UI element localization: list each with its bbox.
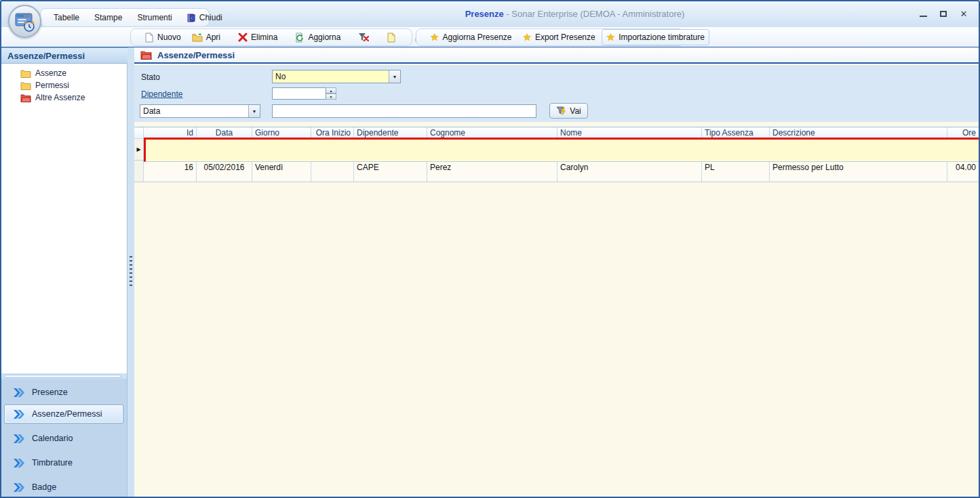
chevron-double-icon: [14, 434, 24, 443]
menu-strumenti[interactable]: Strumenti: [131, 11, 178, 24]
row-marker-icon: ▶: [134, 139, 144, 161]
elimina-button[interactable]: Elimina: [233, 30, 282, 44]
star-icon: ★: [430, 31, 439, 43]
clear-filter-button[interactable]: [353, 30, 374, 44]
stato-label: Stato: [141, 72, 160, 82]
cell-nome: Amanda: [557, 139, 702, 161]
nav-item-label: Calendario: [32, 434, 73, 443]
aggiorna-presenze-button[interactable]: ★ Aggiorna Presenze: [425, 29, 517, 45]
col-header-id[interactable]: Id: [144, 127, 197, 139]
col-header-data[interactable]: Data: [197, 127, 252, 139]
apri-button[interactable]: Apri: [187, 30, 225, 44]
importazione-timbrature-label: Importazione timbrature: [619, 33, 705, 42]
dipendente-link[interactable]: Dipendente: [141, 89, 182, 99]
tree-item-permessi[interactable]: Permessi: [1, 79, 127, 91]
blank-page-icon: [387, 33, 396, 43]
apri-label: Apri: [206, 33, 220, 42]
minimize-icon: [920, 16, 927, 17]
cell-ora-inizio: [311, 161, 354, 182]
tree-item-label: Altre Assenze: [35, 93, 85, 102]
cell-id: 17: [144, 139, 197, 161]
cell-descrizione: Corso di Formazione: [770, 139, 947, 161]
results-table: Id Data Giorno Ora Inizio Dipendente Cog…: [134, 127, 979, 182]
main-title: Assenze/Permessi: [157, 50, 235, 60]
app-menu-button[interactable]: [8, 5, 41, 38]
dipendente-input[interactable]: [272, 87, 326, 100]
aggiorna-button[interactable]: Aggiorna: [290, 30, 345, 45]
dropdown-arrow-icon[interactable]: ▼: [248, 105, 260, 117]
chevron-double-icon: [14, 483, 24, 492]
col-header-cognome[interactable]: Cognome: [427, 127, 557, 139]
col-header-dipendente[interactable]: Dipendente: [354, 127, 427, 139]
sidebar-nav: Presenze Assenze/Permessi Calendario Tim…: [1, 379, 128, 498]
cell-ore: 04.00: [947, 161, 979, 182]
search-field-combobox[interactable]: Data ▼: [140, 104, 260, 118]
spinner-down-icon[interactable]: ▼: [326, 94, 336, 100]
stato-combobox[interactable]: No ▼: [272, 70, 401, 83]
nav-item-label: Presenze: [32, 388, 68, 397]
menu-tabelle[interactable]: Tabelle: [47, 11, 85, 24]
tree-item-assenze[interactable]: Assenze: [1, 67, 127, 79]
nav-item-badge[interactable]: Badge: [4, 478, 123, 497]
nav-item-presenze[interactable]: Presenze: [4, 383, 123, 402]
cell-nome: Carolyn: [557, 161, 702, 182]
col-header-ore[interactable]: Ore: [947, 127, 979, 139]
sidebar-tree: Assenze Permessi Altre Assenze: [1, 64, 128, 373]
menu-stampe[interactable]: Stampe: [88, 11, 128, 24]
close-button[interactable]: ✕: [956, 7, 972, 20]
cell-descrizione: Permesso per Lutto: [770, 161, 947, 182]
minimize-button[interactable]: [915, 7, 931, 20]
open-folder-icon: [192, 33, 203, 42]
search-input[interactable]: [272, 104, 536, 118]
nuovo-label: Nuovo: [157, 33, 181, 42]
filter-panel: Stato No ▼ Dipendente ▲ ▼ Data ▼ Vai: [134, 65, 979, 122]
col-header-nome[interactable]: Nome: [557, 127, 702, 139]
aggiorna-label: Aggiorna: [308, 33, 340, 42]
splitter-grip-dots: [130, 256, 132, 289]
main-header: Assenze/Permessi: [134, 47, 979, 64]
col-header-selector: [134, 127, 144, 139]
nav-item-label: Badge: [32, 482, 56, 492]
star-icon: ★: [606, 31, 615, 43]
dropdown-arrow-icon[interactable]: ▼: [389, 70, 400, 83]
vai-button[interactable]: Vai: [549, 103, 588, 119]
maximize-button[interactable]: [935, 7, 952, 20]
export-presenze-button[interactable]: ★ Export Presenze: [518, 29, 600, 45]
tree-item-altre-assenze[interactable]: Altre Assenze: [1, 91, 127, 104]
cell-tipo-assenza: CF: [702, 139, 770, 161]
app-window: Presenze - Sonar Enterprise (DEMOA - Amm…: [0, 0, 980, 498]
table-row-selected[interactable]: ▶ 17 08/02/2016 Lunedì 08.30 AMCA Carter…: [134, 139, 979, 161]
cell-tipo-assenza: PL: [702, 161, 770, 182]
importazione-timbrature-button[interactable]: ★ Importazione timbrature: [602, 29, 709, 45]
cell-giorno: Lunedì: [252, 139, 311, 161]
cell-data: 05/02/2016: [197, 161, 252, 182]
nav-item-assenze-permessi[interactable]: Assenze/Permessi: [4, 404, 123, 423]
sidebar-horizontal-splitter[interactable]: [1, 373, 128, 379]
table-row[interactable]: 16 05/02/2016 Venerdì CAPE Perez Carolyn…: [134, 161, 979, 182]
chevron-double-icon: [14, 410, 24, 419]
cell-ore: 04.00: [947, 139, 979, 161]
blank-page-button[interactable]: [382, 30, 401, 45]
col-header-tipo-assenza[interactable]: Tipo Assenza: [702, 127, 770, 139]
folder-red-icon: [20, 94, 31, 102]
spinner-up-icon[interactable]: ▲: [326, 87, 336, 94]
col-header-ora-inizio[interactable]: Ora Inizio: [311, 127, 354, 139]
delete-x-icon: [238, 33, 248, 42]
menu-chiudi[interactable]: Chiudi: [181, 11, 229, 24]
col-header-giorno[interactable]: Giorno: [252, 127, 311, 139]
cell-dipendente: AMCA: [354, 139, 427, 161]
menu-bar: Tabelle Stampe Strumenti Chiudi: [40, 8, 210, 27]
nav-item-label: Assenze/Permessi: [32, 409, 102, 419]
folder-icon: [20, 81, 31, 90]
refresh-icon: [295, 33, 305, 43]
vai-filter-icon: [556, 106, 566, 116]
cell-data: 08/02/2016: [197, 139, 252, 161]
nuovo-button[interactable]: Nuovo: [140, 30, 186, 45]
sidebar-vertical-splitter[interactable]: [128, 47, 134, 498]
table-header-row: Id Data Giorno Ora Inizio Dipendente Cog…: [134, 127, 979, 139]
tree-item-label: Permessi: [35, 81, 69, 90]
star-icon: ★: [523, 31, 532, 43]
nav-item-calendario[interactable]: Calendario: [4, 429, 123, 448]
col-header-descrizione[interactable]: Descrizione: [770, 127, 947, 139]
nav-item-timbrature[interactable]: Timbrature: [4, 453, 123, 472]
